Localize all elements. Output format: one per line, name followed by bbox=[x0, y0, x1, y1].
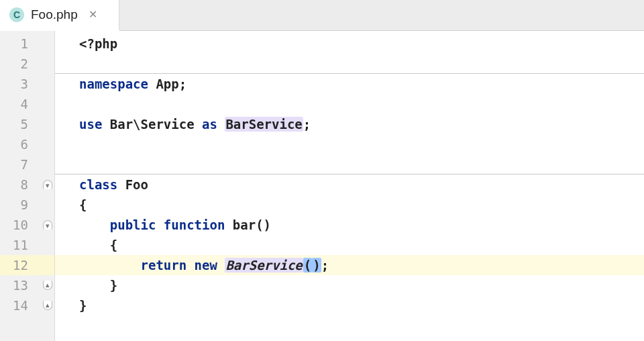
line-number[interactable]: 1 bbox=[0, 34, 34, 54]
fold-end-icon[interactable]: ▴ bbox=[43, 281, 52, 290]
code-line[interactable] bbox=[75, 154, 644, 175]
code-line[interactable] bbox=[75, 94, 644, 114]
line-number[interactable]: 4 bbox=[0, 94, 34, 114]
line-number[interactable]: 9 bbox=[0, 195, 34, 215]
line-number[interactable]: 13 bbox=[0, 275, 34, 295]
line-number[interactable]: 6 bbox=[0, 134, 34, 154]
tab-bar: C Foo.php ✕ bbox=[0, 0, 644, 31]
code-line[interactable]: } bbox=[75, 275, 644, 295]
code-area[interactable]: <?php namespace App; use Bar\Service as … bbox=[75, 31, 644, 341]
line-number[interactable]: 3 bbox=[0, 74, 34, 94]
line-number[interactable]: 5 bbox=[0, 114, 34, 134]
code-line[interactable]: } bbox=[75, 295, 644, 315]
fold-end-icon[interactable]: ▴ bbox=[43, 301, 52, 310]
line-number[interactable]: 7 bbox=[0, 154, 34, 175]
code-line[interactable]: namespace App; bbox=[75, 74, 644, 94]
line-number[interactable]: 11 bbox=[0, 235, 34, 255]
line-number[interactable]: 2 bbox=[0, 54, 34, 74]
code-line-current[interactable]: return new BarService(); bbox=[75, 255, 644, 275]
line-number[interactable]: 10 bbox=[0, 215, 34, 235]
marker-gutter bbox=[55, 31, 75, 341]
fold-toggle-icon[interactable]: ▾ bbox=[43, 220, 52, 230]
fold-toggle-icon[interactable]: ▾ bbox=[43, 180, 52, 189]
line-number[interactable]: 12 bbox=[0, 255, 34, 275]
code-line[interactable]: { bbox=[75, 235, 644, 255]
paren-close: ) bbox=[312, 258, 321, 273]
close-icon[interactable]: ✕ bbox=[89, 8, 97, 21]
code-line[interactable]: { bbox=[75, 195, 644, 215]
class-ref: BarService bbox=[225, 258, 303, 273]
fold-gutter: ▾ ▾ ▴ ▴ bbox=[34, 31, 55, 341]
tab-filename: Foo.php bbox=[31, 7, 78, 22]
code-line[interactable]: class Foo bbox=[75, 175, 644, 195]
code-line[interactable]: public function bar() bbox=[75, 215, 644, 235]
code-line[interactable]: use Bar\Service as BarService; bbox=[75, 114, 644, 134]
file-type-icon: C bbox=[9, 7, 24, 22]
code-line[interactable] bbox=[75, 134, 644, 154]
line-number[interactable]: 8 bbox=[0, 175, 34, 195]
code-line[interactable]: <?php bbox=[75, 34, 644, 54]
line-number[interactable]: 14 bbox=[0, 295, 34, 315]
line-number-gutter: 1 2 3 4 5 6 7 8 9 10 11 12 13 14 bbox=[0, 31, 34, 341]
alias-ref: BarService bbox=[225, 117, 303, 132]
code-line[interactable] bbox=[75, 54, 644, 74]
file-tab[interactable]: C Foo.php ✕ bbox=[0, 0, 119, 31]
editor: 1 2 3 4 5 6 7 8 9 10 11 12 13 14 ▾ ▾ ▴ ▴ bbox=[0, 31, 644, 341]
paren-open: ( bbox=[303, 258, 312, 273]
